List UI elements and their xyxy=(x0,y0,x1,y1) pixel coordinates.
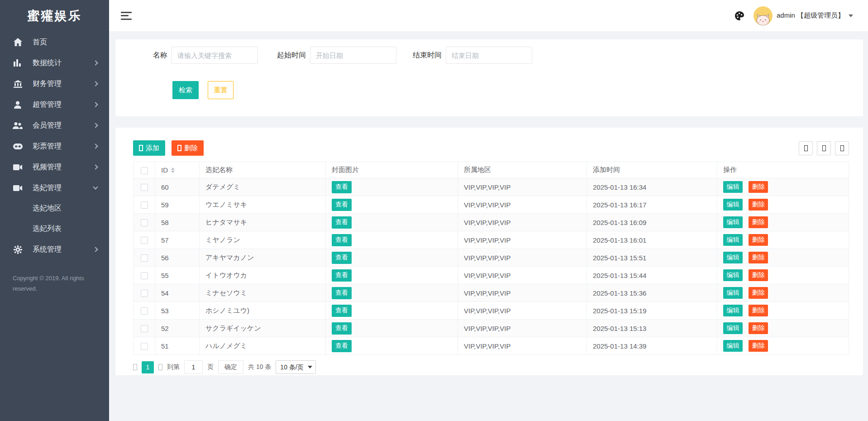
view-cover-button[interactable]: 查看 xyxy=(332,199,352,211)
select-all-checkbox[interactable] xyxy=(141,167,148,174)
sidebar-item-label: 视频管理 xyxy=(33,163,94,172)
sidebar-item-label: 财务管理 xyxy=(33,79,94,89)
row-delete-button[interactable]: 删除 xyxy=(749,216,768,228)
sidebar-subitem-consort-region[interactable]: 选妃地区 xyxy=(0,198,109,219)
sidebar-item-consort[interactable]: 选妃管理 xyxy=(0,177,109,198)
view-cover-button[interactable]: 查看 xyxy=(332,269,352,282)
sidebar-item-lottery[interactable]: 彩票管理 xyxy=(0,136,109,157)
row-region: VIP,VIP,VIP,VIP xyxy=(458,178,587,196)
row-time: 2025-01-13 16:01 xyxy=(587,231,717,249)
row-delete-button[interactable]: 删除 xyxy=(749,269,768,281)
column-header-name: 选妃名称 xyxy=(200,162,326,178)
search-button[interactable]: 检索 xyxy=(172,81,199,99)
sidebar-item-stats[interactable]: 数据统计 xyxy=(0,53,109,73)
row-id: 58 xyxy=(155,214,200,231)
page-size-select[interactable]: 10 条/页 xyxy=(276,360,316,374)
start-date-input[interactable] xyxy=(310,47,396,64)
export-button[interactable] xyxy=(817,141,831,155)
row-delete-button[interactable]: 删除 xyxy=(749,340,768,352)
row-region: VIP,VIP,VIP,VIP xyxy=(458,337,587,355)
batch-delete-button[interactable]: 删除 xyxy=(172,140,204,156)
table-toolbar: 添加 删除 xyxy=(133,140,849,156)
members-icon xyxy=(13,121,23,130)
theme-palette-icon[interactable] xyxy=(734,10,745,22)
row-name: ハルノメグミ xyxy=(200,337,326,355)
sort-icon[interactable] xyxy=(171,167,175,173)
filter-columns-button[interactable] xyxy=(799,141,813,155)
topbar-right: admin 【超级管理员】 xyxy=(734,6,853,25)
row-delete-button[interactable]: 删除 xyxy=(749,181,768,193)
user-menu[interactable]: admin 【超级管理员】 xyxy=(754,6,853,25)
goto-confirm-button[interactable]: 确定 xyxy=(218,360,243,374)
sidebar-item-home[interactable]: 首页 xyxy=(0,32,109,53)
row-time: 2025-01-13 15:44 xyxy=(587,267,717,284)
row-checkbox[interactable] xyxy=(141,184,148,191)
view-cover-button[interactable]: 查看 xyxy=(332,287,352,299)
view-cover-button[interactable]: 查看 xyxy=(332,305,352,317)
edit-button[interactable]: 编辑 xyxy=(723,269,743,281)
current-page-button[interactable]: 1 xyxy=(142,361,154,373)
row-checkbox[interactable] xyxy=(141,237,148,244)
edit-button[interactable]: 编辑 xyxy=(723,340,743,352)
view-cover-button[interactable]: 查看 xyxy=(332,234,352,246)
row-checkbox[interactable] xyxy=(141,201,148,209)
view-cover-button[interactable]: 查看 xyxy=(332,252,352,264)
view-cover-button[interactable]: 查看 xyxy=(332,322,352,335)
view-cover-button[interactable]: 查看 xyxy=(332,340,352,352)
edit-button[interactable]: 编辑 xyxy=(723,234,743,246)
row-checkbox[interactable] xyxy=(141,307,148,315)
content: 名称 起始时间 结束时间 检索 重置 xyxy=(109,32,868,421)
row-checkbox[interactable] xyxy=(141,272,148,279)
row-time: 2025-01-13 15:36 xyxy=(587,284,717,302)
sidebar-toggle-button[interactable] xyxy=(121,12,132,20)
row-delete-button[interactable]: 删除 xyxy=(749,287,768,299)
row-time: 2025-01-13 15:13 xyxy=(587,320,717,337)
row-delete-button[interactable]: 删除 xyxy=(749,234,768,246)
edit-button[interactable]: 编辑 xyxy=(723,287,743,299)
edit-button[interactable]: 编辑 xyxy=(723,322,743,334)
row-delete-button[interactable]: 删除 xyxy=(749,305,768,316)
row-checkbox[interactable] xyxy=(141,290,148,297)
name-search-input[interactable] xyxy=(172,47,258,64)
edit-button[interactable]: 编辑 xyxy=(723,199,743,210)
sidebar-item-label: 超管管理 xyxy=(33,100,94,110)
row-checkbox[interactable] xyxy=(141,325,148,332)
view-cover-button[interactable]: 查看 xyxy=(332,216,352,229)
column-header-id[interactable]: ID xyxy=(155,162,200,178)
prev-page-icon[interactable] xyxy=(133,364,137,370)
sidebar-subitem-consort-list[interactable]: 选妃列表 xyxy=(0,219,109,239)
row-checkbox[interactable] xyxy=(141,254,148,262)
row-delete-button[interactable]: 删除 xyxy=(749,322,768,334)
goto-page-input[interactable] xyxy=(184,360,203,374)
edit-button[interactable]: 编辑 xyxy=(723,305,743,316)
row-name: イトウオウカ xyxy=(200,267,326,284)
sidebar-item-system[interactable]: 系统管理 xyxy=(0,239,109,260)
gear-icon xyxy=(13,245,23,254)
edit-button[interactable]: 编辑 xyxy=(723,181,743,193)
print-icon xyxy=(840,145,844,151)
row-id: 57 xyxy=(155,231,200,249)
app-root: 蜜獾娱乐 首页 数据统计 财务管理 xyxy=(0,0,868,421)
edit-button[interactable]: 编辑 xyxy=(723,216,743,228)
edit-button[interactable]: 编辑 xyxy=(723,252,743,263)
sidebar-item-label: 首页 xyxy=(33,38,97,47)
view-cover-button[interactable]: 查看 xyxy=(332,181,352,193)
next-page-icon[interactable] xyxy=(158,364,162,370)
row-checkbox[interactable] xyxy=(141,219,148,226)
print-button[interactable] xyxy=(835,141,849,155)
sidebar-item-superadmin[interactable]: 超管管理 xyxy=(0,94,109,115)
sidebar-item-video[interactable]: 视频管理 xyxy=(0,157,109,177)
row-id: 54 xyxy=(155,284,200,302)
end-date-input[interactable] xyxy=(446,47,532,64)
sidebar-subitem-label: 选妃地区 xyxy=(33,204,62,213)
add-button[interactable]: 添加 xyxy=(133,140,165,156)
reset-button[interactable]: 重置 xyxy=(208,81,234,99)
sidebar-item-finance[interactable]: 财务管理 xyxy=(0,73,109,94)
row-delete-button[interactable]: 删除 xyxy=(749,252,768,263)
row-checkbox[interactable] xyxy=(141,343,148,350)
sidebar-item-members[interactable]: 会员管理 xyxy=(0,115,109,136)
column-header-cover: 封面图片 xyxy=(326,162,458,178)
row-id: 52 xyxy=(155,320,200,337)
row-delete-button[interactable]: 删除 xyxy=(749,199,768,210)
sidebar-menu: 首页 数据统计 财务管理 超管管理 xyxy=(0,32,109,260)
